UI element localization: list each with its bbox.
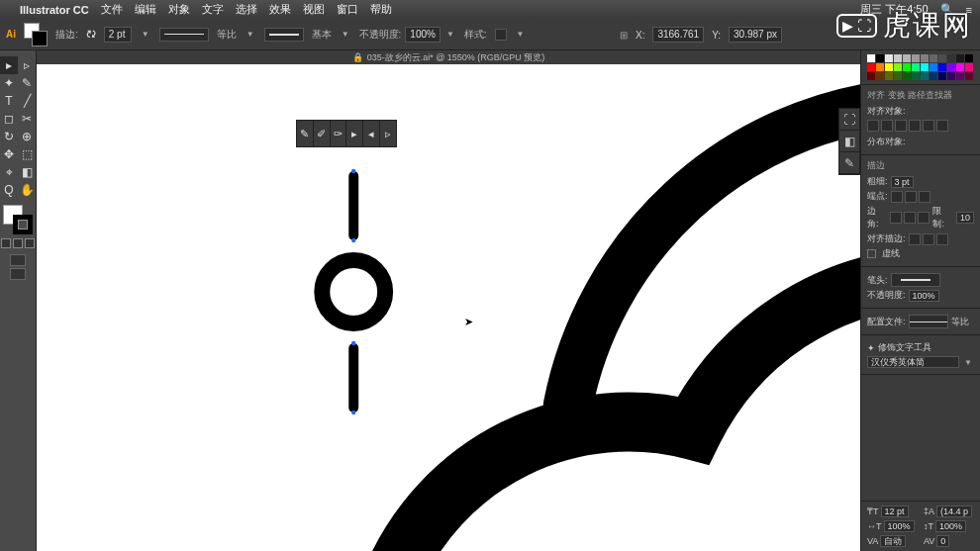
menu-file[interactable]: 文件 bbox=[101, 2, 123, 17]
swatch-cell[interactable] bbox=[894, 63, 902, 71]
style-dropdown-icon[interactable]: ▼ bbox=[515, 30, 527, 39]
font-size-value[interactable]: 12 pt bbox=[881, 505, 909, 517]
pencil-tool-popup[interactable]: ✎ ✐ ✑ ▸ ◂ ▹ bbox=[296, 120, 397, 147]
fill-stroke-swatch[interactable] bbox=[24, 23, 48, 46]
spotlight-icon[interactable]: 🔍 bbox=[940, 3, 954, 16]
swatch-cell[interactable] bbox=[912, 72, 920, 80]
mini-dock-artboard-icon[interactable]: ⛶ bbox=[839, 109, 859, 131]
magic-wand-tool[interactable]: ✦ bbox=[0, 74, 18, 92]
align-stroke-outside-icon[interactable] bbox=[936, 233, 948, 245]
brush-dropdown-icon[interactable]: ▼ bbox=[340, 30, 351, 39]
swatch-cell[interactable] bbox=[885, 54, 893, 62]
swatch-cell[interactable] bbox=[947, 63, 955, 71]
swatch-cell[interactable] bbox=[938, 63, 946, 71]
swatch-cell[interactable] bbox=[947, 54, 955, 62]
corner-miter-icon[interactable] bbox=[890, 212, 902, 224]
swatch-cell[interactable] bbox=[930, 72, 937, 80]
align-left-icon[interactable] bbox=[867, 120, 879, 132]
canvas[interactable]: 🔒 035-故乡的云.ai* @ 1550% (RGB/GPU 预览) ✎ ✐ … bbox=[36, 50, 861, 551]
arrow-right-icon[interactable]: ▹ bbox=[380, 121, 396, 146]
swatch-cell[interactable] bbox=[867, 72, 875, 80]
stroke-weight-dropdown-icon[interactable]: ▼ bbox=[140, 30, 151, 39]
font-family-select[interactable]: 汉仪秀英体简 bbox=[867, 356, 959, 368]
swatch-cell[interactable] bbox=[876, 54, 884, 62]
hand-tool[interactable]: ✋ bbox=[18, 181, 36, 199]
profile-preview[interactable] bbox=[909, 315, 948, 328]
limit-value[interactable]: 10 bbox=[956, 212, 974, 224]
swatch-cell[interactable] bbox=[965, 72, 973, 80]
cap-round-icon[interactable] bbox=[905, 191, 917, 203]
swatch-cell[interactable] bbox=[965, 63, 973, 71]
stroke-swatch[interactable] bbox=[32, 31, 48, 46]
cap-square-icon[interactable] bbox=[919, 191, 931, 203]
menu-type[interactable]: 文字 bbox=[202, 2, 224, 17]
app-name[interactable]: Illustrator CC bbox=[20, 4, 89, 16]
color-mode-none[interactable] bbox=[25, 238, 35, 248]
color-mode-gradient[interactable] bbox=[13, 238, 23, 248]
type-tool[interactable]: T bbox=[0, 92, 18, 110]
stroke-weight-stepper[interactable]: 🗘 bbox=[86, 29, 96, 40]
panel-opacity-value[interactable]: 100% bbox=[909, 290, 939, 302]
stroke-weight-value[interactable]: 3 pt bbox=[891, 176, 914, 188]
swatch-cell[interactable] bbox=[956, 72, 964, 80]
pencil-icon[interactable]: ✎ bbox=[297, 121, 314, 146]
brush-list-preview[interactable] bbox=[891, 273, 940, 287]
eyedropper-tool[interactable]: ⌖ bbox=[0, 163, 18, 181]
kerning-value[interactable]: 0 bbox=[936, 535, 949, 547]
swatch-cell[interactable] bbox=[947, 72, 955, 80]
swatch-cell[interactable] bbox=[956, 54, 964, 62]
rotate-tool[interactable]: ↻ bbox=[0, 128, 18, 145]
menu-select[interactable]: 选择 bbox=[236, 2, 257, 17]
screen-mode-normal[interactable] bbox=[10, 254, 26, 266]
transform-header[interactable]: 对齐 变换 路径查找器 bbox=[867, 89, 974, 102]
swatch-cell[interactable] bbox=[867, 54, 875, 62]
tool-stroke-swatch[interactable] bbox=[13, 215, 33, 234]
align-center-icon[interactable] bbox=[881, 120, 893, 132]
color-mode-solid[interactable] bbox=[1, 238, 11, 248]
swatch-cell[interactable] bbox=[903, 72, 911, 80]
menu-window[interactable]: 窗口 bbox=[337, 2, 358, 17]
swatch-cell[interactable] bbox=[938, 72, 946, 80]
screen-mode-full[interactable] bbox=[10, 268, 26, 280]
swatch-cell[interactable] bbox=[903, 63, 911, 71]
zoom-tool[interactable]: Q bbox=[0, 181, 18, 199]
free-transform-tool[interactable]: ✥ bbox=[0, 145, 18, 163]
swatch-cell[interactable] bbox=[921, 63, 929, 71]
swatch-cell[interactable] bbox=[912, 63, 920, 71]
arrow-left-icon[interactable]: ▸ bbox=[346, 121, 363, 146]
swatch-cell[interactable] bbox=[885, 72, 893, 80]
shape-builder-tool[interactable]: ⬚ bbox=[18, 145, 36, 163]
brush-preview[interactable] bbox=[264, 28, 304, 42]
stroke-profile-preview[interactable] bbox=[159, 28, 209, 42]
scissors-tool[interactable]: ✂ bbox=[18, 110, 36, 128]
smooth-icon[interactable]: ✐ bbox=[314, 121, 331, 146]
cap-butt-icon[interactable] bbox=[891, 191, 903, 203]
align-right-icon[interactable] bbox=[895, 120, 907, 132]
align-top-icon[interactable] bbox=[909, 120, 921, 132]
font-dropdown-icon[interactable]: ▼ bbox=[962, 358, 974, 367]
leading-value[interactable]: (14.4 p bbox=[936, 505, 972, 517]
swatch-cell[interactable] bbox=[921, 54, 929, 62]
swatch-cell[interactable] bbox=[912, 54, 920, 62]
swatch-cell[interactable] bbox=[894, 72, 902, 80]
path-eraser-icon[interactable]: ✑ bbox=[331, 121, 347, 146]
pen-tool[interactable]: ✎ bbox=[18, 74, 36, 92]
swatch-cell[interactable] bbox=[894, 54, 902, 62]
tool-fill-stroke[interactable] bbox=[3, 205, 33, 234]
line-tool[interactable]: ╱ bbox=[18, 92, 36, 110]
swatch-cell[interactable] bbox=[876, 63, 884, 71]
swatch-cell[interactable] bbox=[876, 72, 884, 80]
align-stroke-inside-icon[interactable] bbox=[923, 233, 934, 245]
mini-dock-layers-icon[interactable]: ◧ bbox=[839, 131, 859, 152]
menu-effect[interactable]: 效果 bbox=[269, 2, 291, 17]
swatch-cell[interactable] bbox=[938, 54, 946, 62]
uniform-dropdown-icon[interactable]: ▼ bbox=[245, 30, 256, 39]
swatch-cell[interactable] bbox=[903, 54, 911, 62]
hscale-value[interactable]: 100% bbox=[884, 520, 915, 532]
direct-selection-tool[interactable]: ▹ bbox=[18, 56, 36, 74]
rectangle-tool[interactable]: ◻ bbox=[0, 110, 18, 128]
arrow-both-icon[interactable]: ◂ bbox=[363, 121, 380, 146]
corner-round-icon[interactable] bbox=[904, 212, 916, 224]
menu-help[interactable]: 帮助 bbox=[370, 2, 392, 17]
mini-dock-brushes-icon[interactable]: ✎ bbox=[839, 152, 859, 174]
